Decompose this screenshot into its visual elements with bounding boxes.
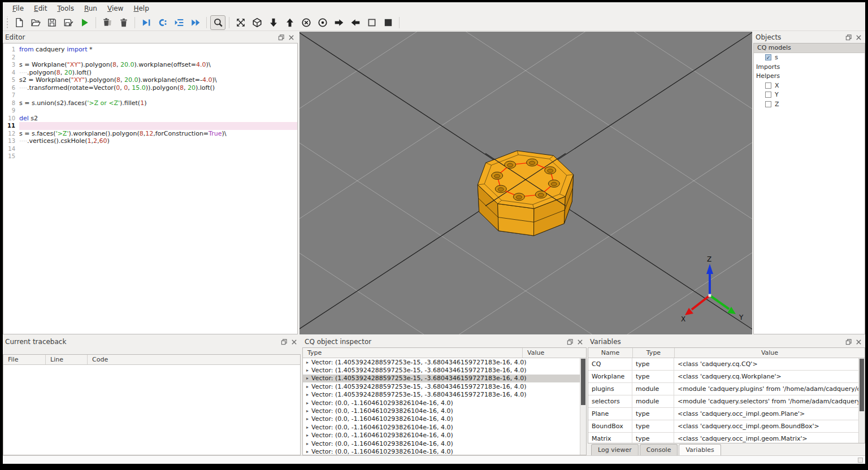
inspector-row[interactable]: ▸Vector: (1.4053924288597253e-15, -3.680… bbox=[303, 375, 586, 382]
menu-view[interactable]: View bbox=[102, 3, 128, 14]
objects-item-y[interactable]: Y bbox=[754, 90, 865, 100]
editor-line-2[interactable]: 2 bbox=[3, 54, 297, 62]
inspector-row[interactable]: ▸Vector: (1.4053924288597253e-15, -3.680… bbox=[303, 391, 586, 399]
expand-triangle-icon[interactable]: ▸ bbox=[306, 401, 309, 406]
float-panel-icon[interactable] bbox=[844, 338, 853, 346]
expand-triangle-icon[interactable]: ▸ bbox=[306, 368, 309, 373]
menu-tools[interactable]: Tools bbox=[52, 3, 79, 14]
expand-triangle-icon[interactable]: ▸ bbox=[306, 376, 309, 381]
open-button[interactable] bbox=[28, 15, 43, 30]
expand-triangle-icon[interactable]: ▸ bbox=[306, 408, 309, 414]
traceback-col-file[interactable]: File bbox=[3, 355, 45, 364]
step-over-button[interactable] bbox=[155, 15, 170, 30]
fit-view-button[interactable] bbox=[233, 15, 248, 30]
resize-grip[interactable] bbox=[858, 458, 863, 463]
variables-row[interactable]: pluginsmodule<module 'cadquery.plugins' … bbox=[588, 383, 865, 395]
close-panel-icon[interactable] bbox=[854, 338, 863, 346]
close-panel-icon[interactable] bbox=[290, 338, 298, 346]
editor-line-5[interactable]: 5s2 = Workplane("XY").polygon(8, 20.0).w… bbox=[3, 76, 297, 84]
objects-item-x[interactable]: X bbox=[754, 81, 865, 90]
tab-log-viewer[interactable]: Log viewer bbox=[591, 444, 639, 455]
editor-line-12[interactable]: 12s = s.faces('>Z').workplane().polygon(… bbox=[3, 130, 297, 138]
toolbar-drag-handle[interactable] bbox=[5, 16, 10, 29]
tab-variables[interactable]: Variables bbox=[679, 444, 721, 455]
continue-button[interactable] bbox=[188, 15, 203, 30]
render-button[interactable] bbox=[77, 15, 92, 30]
variables-row[interactable]: Planetype<class 'cadquery.occ_impl.geom.… bbox=[588, 408, 865, 420]
inspector-scrollbar[interactable] bbox=[580, 358, 586, 455]
save-button[interactable] bbox=[44, 15, 59, 30]
inspector-col-value[interactable]: Value bbox=[522, 348, 586, 358]
objects-item-z[interactable]: Z bbox=[754, 99, 865, 109]
top-view-button[interactable] bbox=[266, 15, 281, 30]
wireframe-button[interactable] bbox=[364, 15, 379, 30]
float-panel-icon[interactable] bbox=[844, 33, 853, 41]
menu-run[interactable]: Run bbox=[79, 3, 102, 14]
checkbox[interactable] bbox=[765, 92, 771, 98]
expand-triangle-icon[interactable]: ▸ bbox=[306, 425, 309, 430]
checkbox[interactable] bbox=[765, 101, 771, 107]
editor-line-15[interactable]: 15 bbox=[3, 153, 297, 160]
viewport-3d[interactable]: Z X Y bbox=[300, 32, 752, 334]
editor-line-3[interactable]: 3s = Workplane("XY").polygon(8, 20.0).wo… bbox=[3, 61, 297, 69]
inspector-row[interactable]: ▸Vector: (0.0, -1.1604610293826104e-16, … bbox=[303, 447, 586, 455]
code-editor[interactable]: 1from cadquery import *23s = Workplane("… bbox=[3, 43, 298, 334]
inspector-row[interactable]: ▸Vector: (1.4053924288597253e-15, -3.680… bbox=[303, 358, 586, 366]
float-panel-icon[interactable] bbox=[566, 338, 574, 346]
expand-triangle-icon[interactable]: ▸ bbox=[306, 416, 309, 421]
expand-triangle-icon[interactable]: ▸ bbox=[306, 360, 309, 365]
right-view-button[interactable] bbox=[331, 15, 346, 30]
bottom-view-button[interactable] bbox=[282, 15, 297, 30]
expand-triangle-icon[interactable]: ▸ bbox=[306, 392, 309, 397]
iso-view-button[interactable] bbox=[249, 15, 264, 30]
objects-item-imports[interactable]: Imports bbox=[754, 62, 865, 72]
variables-row[interactable]: selectorsmodule<module 'cadquery.selecto… bbox=[588, 395, 865, 408]
editor-line-9[interactable]: 9 bbox=[3, 107, 297, 115]
left-view-button[interactable] bbox=[348, 15, 363, 30]
zoom-toggle-button[interactable] bbox=[210, 15, 225, 30]
traceback-col-code[interactable]: Code bbox=[87, 355, 300, 364]
objects-item-helpers[interactable]: Helpers bbox=[754, 72, 865, 81]
checkbox[interactable] bbox=[765, 82, 771, 89]
editor-line-6[interactable]: 6····.transformed(rotate=Vector(0, 0, 15… bbox=[3, 84, 297, 92]
variables-row[interactable]: Workplanetype<class 'cadquery.cq.Workpla… bbox=[588, 371, 865, 383]
variables-row[interactable]: BoundBoxtype<class 'cadquery.occ_impl.ge… bbox=[588, 420, 865, 433]
inspector-row[interactable]: ▸Vector: (1.4053924288597253e-15, -3.680… bbox=[303, 366, 586, 374]
checkbox[interactable]: ✓ bbox=[765, 54, 771, 60]
front-view-button[interactable] bbox=[298, 15, 314, 30]
editor-line-13[interactable]: 13····.vertices().cskHole(1,2,60) bbox=[3, 137, 297, 145]
editor-line-1[interactable]: 1from cadquery import * bbox=[3, 46, 297, 54]
variables-row[interactable]: CQtype<class 'cadquery.cq.CQ'> bbox=[588, 358, 865, 371]
menu-help[interactable]: Help bbox=[128, 3, 154, 14]
close-panel-icon[interactable] bbox=[854, 33, 863, 41]
back-view-button[interactable] bbox=[315, 15, 330, 30]
inspector-row[interactable]: ▸Vector: (0.0, -1.1604610293826104e-16, … bbox=[303, 432, 586, 439]
editor-line-11[interactable]: 11 bbox=[3, 122, 297, 130]
delete-button[interactable] bbox=[99, 15, 115, 30]
float-panel-icon[interactable] bbox=[280, 338, 288, 346]
close-panel-icon[interactable] bbox=[576, 338, 584, 346]
inspector-row[interactable]: ▸Vector: (0.0, -1.1604610293826104e-16, … bbox=[303, 423, 586, 431]
close-panel-icon[interactable] bbox=[287, 33, 296, 41]
editor-line-7[interactable]: 7 bbox=[3, 92, 297, 99]
shaded-button[interactable] bbox=[380, 15, 396, 30]
debug-button[interactable] bbox=[138, 15, 154, 30]
new-button[interactable] bbox=[11, 15, 27, 30]
save-as-button[interactable] bbox=[60, 15, 76, 30]
variables-col-name[interactable]: Name bbox=[588, 348, 632, 358]
expand-triangle-icon[interactable]: ▸ bbox=[306, 449, 309, 454]
expand-triangle-icon[interactable]: ▸ bbox=[306, 384, 309, 389]
editor-line-14[interactable]: 14 bbox=[3, 145, 297, 153]
step-into-button[interactable] bbox=[171, 15, 186, 30]
inspector-col-type[interactable]: Type bbox=[303, 348, 522, 358]
editor-line-8[interactable]: 8s = s.union(s2).faces('>Z or <Z').fille… bbox=[3, 99, 297, 107]
traceback-col-line[interactable]: Line bbox=[45, 355, 87, 364]
inspector-row[interactable]: ▸Vector: (0.0, -1.1604610293826104e-16, … bbox=[303, 439, 586, 447]
inspector-row[interactable]: ▸Vector: (1.4053924288597253e-15, -3.680… bbox=[303, 382, 586, 390]
inspector-row[interactable]: ▸Vector: (0.0, -1.1604610293826104e-16, … bbox=[303, 415, 586, 423]
expand-triangle-icon[interactable]: ▸ bbox=[306, 433, 309, 438]
variables-row[interactable]: Matrixtype<class 'cadquery.occ_impl.geom… bbox=[588, 433, 865, 443]
variables-col-value[interactable]: Value bbox=[674, 348, 865, 358]
inspector-row[interactable]: ▸Vector: (0.0, -1.1604610293826104e-16, … bbox=[303, 399, 586, 407]
expand-triangle-icon[interactable]: ▸ bbox=[306, 441, 309, 446]
